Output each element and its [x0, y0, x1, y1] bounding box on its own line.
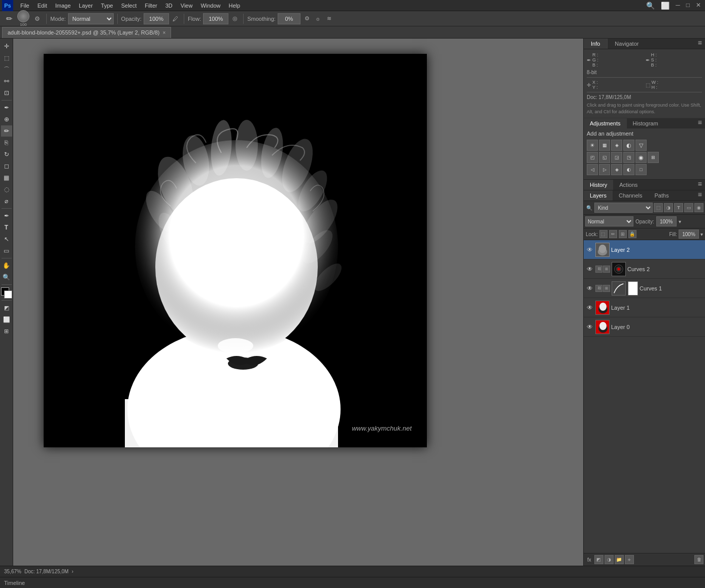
- layer-filter-shape[interactable]: ▭: [684, 203, 693, 212]
- lock-position-icon[interactable]: ✏: [609, 230, 617, 238]
- layer-item-layer0[interactable]: 👁 Layer 0: [584, 317, 705, 337]
- tab-navigator[interactable]: Navigator: [608, 39, 646, 49]
- photo-filter-adj[interactable]: ◳: [623, 152, 634, 163]
- document-tab-close[interactable]: ×: [163, 30, 166, 36]
- layer-filter-adjust[interactable]: ◑: [664, 203, 673, 212]
- tab-history[interactable]: History: [584, 180, 613, 190]
- airbrush-icon[interactable]: ◎: [230, 14, 240, 23]
- lock-artboard-icon[interactable]: ⊞: [619, 230, 627, 238]
- dodge-tool[interactable]: ⌀: [1, 195, 12, 207]
- tab-adjustments[interactable]: Adjustments: [584, 118, 627, 128]
- angle-icon[interactable]: ⌾: [314, 14, 323, 23]
- opacity-input[interactable]: [144, 13, 169, 24]
- brush-settings-icon[interactable]: ⚙: [31, 13, 43, 24]
- text-tool[interactable]: T: [1, 222, 12, 233]
- brightness-contrast-adj[interactable]: ☀: [587, 140, 598, 151]
- hand-tool[interactable]: ✋: [1, 260, 12, 271]
- close-icon[interactable]: ✕: [694, 2, 703, 10]
- posterize-adj[interactable]: ▷: [599, 164, 610, 175]
- zoom-tool[interactable]: 🔍: [1, 272, 12, 283]
- layer-vis-layer0[interactable]: 👁: [586, 323, 594, 331]
- layer-adj-btn[interactable]: ◑: [605, 555, 614, 564]
- mode-select[interactable]: Normal: [68, 13, 114, 24]
- smoothing-input[interactable]: [278, 13, 300, 24]
- brush-tool-icon[interactable]: ✏: [3, 13, 15, 25]
- layer-filter-text[interactable]: T: [674, 203, 683, 212]
- selective-color-adj[interactable]: □: [635, 164, 647, 175]
- flow-input[interactable]: [203, 13, 228, 24]
- curves-adj[interactable]: ◈: [611, 140, 622, 151]
- gradient-tool[interactable]: ▦: [1, 172, 12, 183]
- tab-channels[interactable]: Channels: [613, 190, 648, 201]
- threshold-adj[interactable]: ◈: [611, 164, 622, 175]
- blur-tool[interactable]: ◌: [1, 184, 12, 195]
- menu-view[interactable]: View: [177, 2, 197, 10]
- layer-filter-smart[interactable]: ◉: [694, 203, 703, 212]
- gradient-map-adj[interactable]: ◐: [623, 164, 634, 175]
- background-color[interactable]: [4, 290, 12, 299]
- menu-file[interactable]: File: [16, 2, 33, 10]
- pressure-icon[interactable]: ≋: [325, 14, 334, 23]
- brush-preview[interactable]: [17, 10, 29, 22]
- layer-filter-pixel[interactable]: ⬚: [654, 203, 663, 212]
- artboard-icon[interactable]: ⊞: [1, 325, 12, 337]
- timeline-label[interactable]: Timeline: [4, 580, 25, 586]
- shape-tool[interactable]: ▭: [1, 245, 12, 256]
- layer-vis-curves1[interactable]: 👁: [586, 284, 594, 292]
- hue-sat-adj[interactable]: ◰: [587, 152, 598, 163]
- eraser-tool[interactable]: ◻: [1, 160, 12, 172]
- tab-layers[interactable]: Layers: [584, 190, 613, 201]
- menu-image[interactable]: Image: [51, 2, 75, 10]
- screen-mode-icon[interactable]: ⬜: [1, 314, 12, 325]
- maximize-icon[interactable]: □: [684, 2, 692, 10]
- menu-window[interactable]: Window: [196, 2, 224, 10]
- document-tab[interactable]: adult-blond-blonde-2055592+.psd @ 35,7% …: [2, 27, 171, 38]
- path-select-tool[interactable]: ↖: [1, 234, 12, 245]
- layer-vis-layer1[interactable]: 👁: [586, 304, 594, 312]
- menu-help[interactable]: Help: [225, 2, 245, 10]
- tab-histogram[interactable]: Histogram: [627, 118, 664, 128]
- menu-filter[interactable]: Filter: [141, 2, 161, 10]
- blend-mode-select[interactable]: Normal: [585, 216, 633, 226]
- lock-all-icon[interactable]: 🔒: [628, 230, 636, 238]
- lasso-tool[interactable]: ⌒: [1, 64, 12, 75]
- layer-item-curves1[interactable]: 👁 ⛓ ⊞ Curves 1: [584, 279, 705, 298]
- crop-tool[interactable]: ⊡: [1, 87, 12, 99]
- layers-options-btn[interactable]: ≡: [695, 190, 705, 201]
- layer-item-curves2[interactable]: 👁 ⛓ ⊞ Curves 2: [584, 259, 705, 279]
- layer-item-layer2[interactable]: 👁 Layer 2: [584, 240, 705, 259]
- layer-vis-layer2[interactable]: 👁: [586, 246, 594, 254]
- channel-mixer-adj[interactable]: ◉: [635, 152, 647, 163]
- invert-adj[interactable]: ◁: [587, 164, 598, 175]
- layer-fx-icon[interactable]: fx: [585, 557, 593, 563]
- lock-pixels-icon[interactable]: ⬚: [599, 230, 608, 238]
- bw-adj[interactable]: ◲: [611, 152, 622, 163]
- workspace-icon[interactable]: ⬜: [659, 2, 672, 10]
- clone-stamp-tool[interactable]: ⎘: [1, 137, 12, 148]
- eyedropper-tool[interactable]: ✒: [1, 102, 12, 113]
- tab-paths[interactable]: Paths: [649, 190, 675, 201]
- exposure-adj[interactable]: ◐: [623, 140, 634, 151]
- adj-options-btn[interactable]: ≡: [695, 118, 705, 128]
- move-tool[interactable]: ✛: [1, 41, 12, 52]
- status-arrow[interactable]: ›: [72, 569, 73, 574]
- tab-info[interactable]: Info: [584, 39, 608, 49]
- pen-tool[interactable]: ✒: [1, 210, 12, 221]
- vibrance-adj[interactable]: ▽: [635, 140, 647, 151]
- levels-adj[interactable]: ▦: [599, 140, 610, 151]
- menu-select[interactable]: Select: [117, 2, 141, 10]
- menu-type[interactable]: Type: [97, 2, 117, 10]
- fill-value[interactable]: [679, 230, 699, 239]
- opacity-pressure-icon[interactable]: 🖊: [171, 14, 180, 23]
- panel-options-btn[interactable]: ≡: [695, 39, 705, 49]
- opacity-value[interactable]: [656, 216, 677, 226]
- smoothing-settings-icon[interactable]: ⚙: [303, 14, 312, 23]
- layer-group-btn[interactable]: 📁: [615, 555, 624, 564]
- layer-item-layer1[interactable]: 👁 Layer 1: [584, 298, 705, 317]
- menu-3d[interactable]: 3D: [161, 2, 177, 10]
- color-balance-adj[interactable]: ◱: [599, 152, 610, 163]
- layer-mask-btn[interactable]: ◩: [594, 555, 603, 564]
- layer-kind-select[interactable]: Kind: [594, 203, 653, 213]
- menu-layer[interactable]: Layer: [75, 2, 97, 10]
- layer-vis-curves2[interactable]: 👁: [586, 265, 594, 273]
